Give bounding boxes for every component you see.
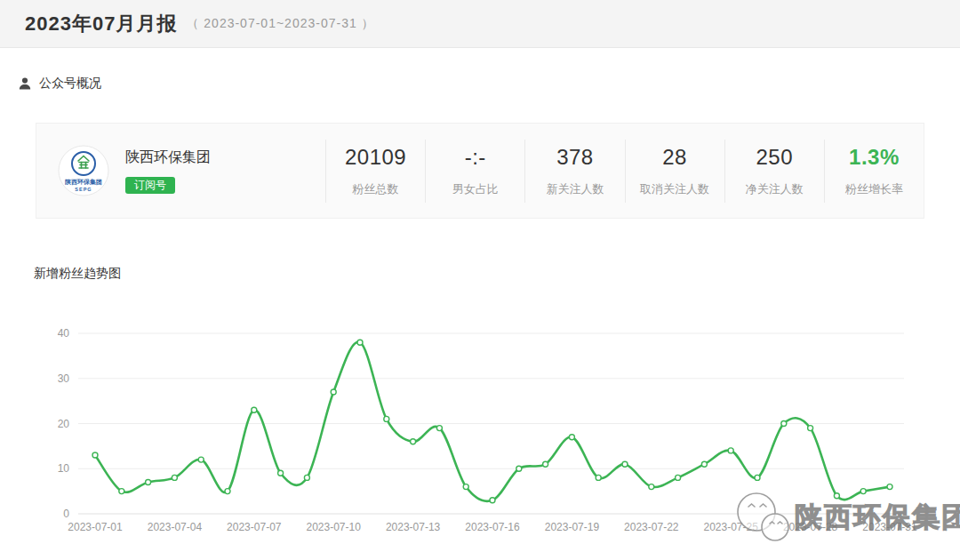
account-type-badge: 订阅号	[125, 177, 175, 194]
svg-text:2023-07-13: 2023-07-13	[386, 521, 441, 533]
svg-text:40: 40	[58, 327, 70, 340]
report-date-range: （ 2023-07-01~2023-07-31 ）	[186, 16, 374, 32]
svg-text:2023-07-25: 2023-07-25	[704, 521, 759, 533]
svg-text:2023-07-01: 2023-07-01	[68, 521, 123, 533]
svg-text:2023-07-28: 2023-07-28	[783, 521, 838, 533]
account-overview-card: 陕西环保集团 SEPG 陕西环保集团 订阅号 20109 粉丝总数 -:- 男女…	[36, 123, 924, 219]
stat-value: 1.3%	[825, 145, 924, 170]
svg-text:2023-07-16: 2023-07-16	[465, 521, 520, 533]
account-name: 陕西环保集团	[125, 148, 211, 167]
svg-text:10: 10	[58, 462, 70, 475]
stat-label: 新关注人数	[525, 181, 624, 197]
stat-label: 取消关注人数	[626, 181, 724, 197]
stat-unfollowers: 28 取消关注人数	[625, 140, 724, 203]
svg-text:30: 30	[58, 372, 70, 385]
line-chart-svg: 0102030402023-07-012023-07-042023-07-072…	[0, 311, 960, 551]
page-title: 2023年07月月报	[25, 11, 177, 37]
stat-value: 20109	[326, 145, 425, 170]
svg-text:2023-07-22: 2023-07-22	[624, 521, 679, 533]
svg-text:2023-07-04: 2023-07-04	[148, 521, 203, 533]
stat-value: -:-	[426, 145, 524, 170]
stat-new-followers: 378 新关注人数	[524, 140, 624, 203]
svg-text:2023-07-19: 2023-07-19	[545, 521, 600, 533]
svg-text:2023-07-10: 2023-07-10	[307, 521, 362, 533]
fans-trend-chart[interactable]: 0102030402023-07-012023-07-042023-07-072…	[0, 311, 960, 551]
stat-gender-ratio: -:- 男女占比	[425, 140, 524, 203]
stat-label: 粉丝增长率	[825, 181, 924, 197]
stat-label: 粉丝总数	[326, 181, 425, 197]
monthly-report-page: 2023年07月月报 （ 2023-07-01~2023-07-31 ） 公众号…	[0, 0, 960, 560]
report-header: 2023年07月月报 （ 2023-07-01~2023-07-31 ）	[0, 0, 960, 48]
user-icon	[18, 76, 32, 91]
stat-value: 28	[626, 145, 724, 170]
section-overview-head: 公众号概况	[18, 76, 101, 92]
svg-text:SEPG: SEPG	[75, 187, 92, 192]
section-title: 公众号概况	[39, 76, 101, 92]
svg-text:陕西环保集团: 陕西环保集团	[65, 179, 102, 186]
stat-growth-rate: 1.3% 粉丝增长率	[824, 140, 924, 203]
svg-text:2023-07-07: 2023-07-07	[227, 521, 282, 533]
stat-value: 250	[725, 145, 824, 170]
stat-net-followers: 250 净关注人数	[724, 140, 824, 203]
stat-value: 378	[525, 145, 624, 170]
stat-total-fans: 20109 粉丝总数	[325, 140, 425, 203]
svg-text:0: 0	[63, 508, 69, 520]
svg-text:20: 20	[58, 418, 70, 430]
svg-text:2023-07-31: 2023-07-31	[862, 521, 917, 533]
account-info: 陕西环保集团 SEPG 陕西环保集团 订阅号	[36, 145, 325, 196]
account-logo: 陕西环保集团 SEPG	[58, 145, 109, 196]
stat-label: 净关注人数	[725, 181, 824, 197]
account-meta: 陕西环保集团 订阅号	[125, 148, 211, 194]
chart-title: 新增粉丝趋势图	[34, 266, 121, 282]
stat-label: 男女占比	[426, 181, 524, 197]
